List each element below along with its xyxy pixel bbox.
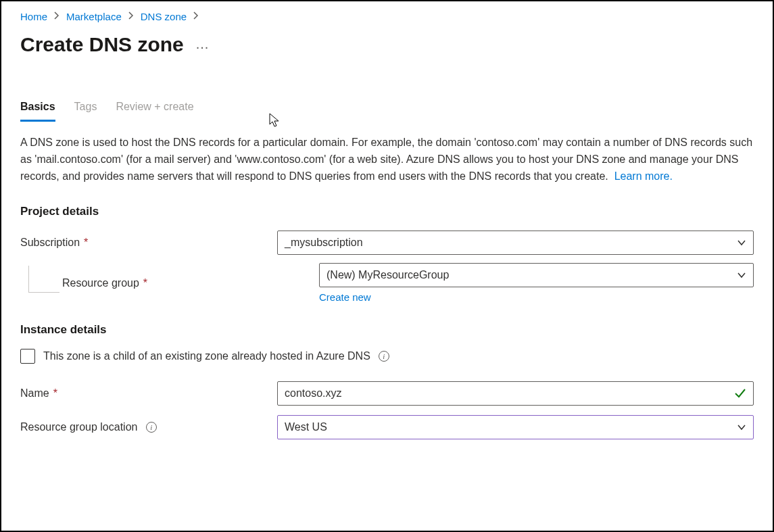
subscription-label: Subscription — [20, 237, 80, 249]
name-input[interactable]: contoso.xyz — [277, 381, 754, 406]
subscription-dropdown[interactable]: _mysubscription — [277, 231, 754, 255]
resource-group-value: (New) MyResourceGroup — [326, 269, 449, 281]
learn-more-link[interactable]: Learn more. — [614, 170, 673, 182]
subscription-value: _mysubscription — [285, 237, 363, 249]
tab-review-create[interactable]: Review + create — [116, 97, 193, 122]
rg-location-dropdown[interactable]: West US — [277, 415, 754, 439]
chevron-down-icon — [737, 270, 746, 280]
section-project-details: Project details — [20, 205, 754, 218]
rg-location-value: West US — [285, 421, 327, 433]
create-new-link[interactable]: Create new — [319, 291, 371, 303]
info-icon[interactable]: i — [379, 351, 389, 362]
rg-location-label: Resource group location — [20, 421, 137, 433]
section-instance-details: Instance details — [20, 323, 754, 337]
resource-group-dropdown[interactable]: (New) MyResourceGroup — [319, 263, 754, 287]
name-value: contoso.xyz — [285, 387, 341, 400]
chevron-right-icon — [193, 11, 199, 22]
breadcrumb: Home Marketplace DNS zone — [20, 11, 754, 22]
chevron-down-icon — [737, 238, 746, 247]
child-zone-checkbox[interactable] — [20, 349, 35, 364]
child-zone-label: This zone is a child of an existing zone… — [43, 350, 370, 362]
tab-list: Basics Tags Review + create — [20, 97, 754, 122]
checkmark-icon — [734, 387, 746, 400]
breadcrumb-marketplace[interactable]: Marketplace — [66, 11, 122, 22]
resource-group-label: Resource group — [62, 277, 139, 289]
description-text: A DNS zone is used to host the DNS recor… — [20, 135, 754, 185]
chevron-down-icon — [737, 422, 746, 432]
tab-basics[interactable]: Basics — [20, 97, 55, 122]
name-label: Name — [20, 387, 49, 400]
info-icon[interactable]: i — [146, 422, 157, 433]
chevron-right-icon — [128, 11, 134, 22]
required-mark-icon: * — [84, 237, 88, 249]
breadcrumb-home[interactable]: Home — [20, 11, 47, 22]
breadcrumb-dns-zone[interactable]: DNS zone — [141, 11, 187, 22]
tab-tags[interactable]: Tags — [74, 97, 97, 122]
more-actions-button[interactable]: ··· — [196, 35, 210, 55]
required-mark-icon: * — [53, 387, 57, 400]
chevron-right-icon — [54, 11, 59, 22]
required-mark-icon: * — [143, 277, 147, 289]
page-title: Create DNS zone — [20, 33, 184, 56]
